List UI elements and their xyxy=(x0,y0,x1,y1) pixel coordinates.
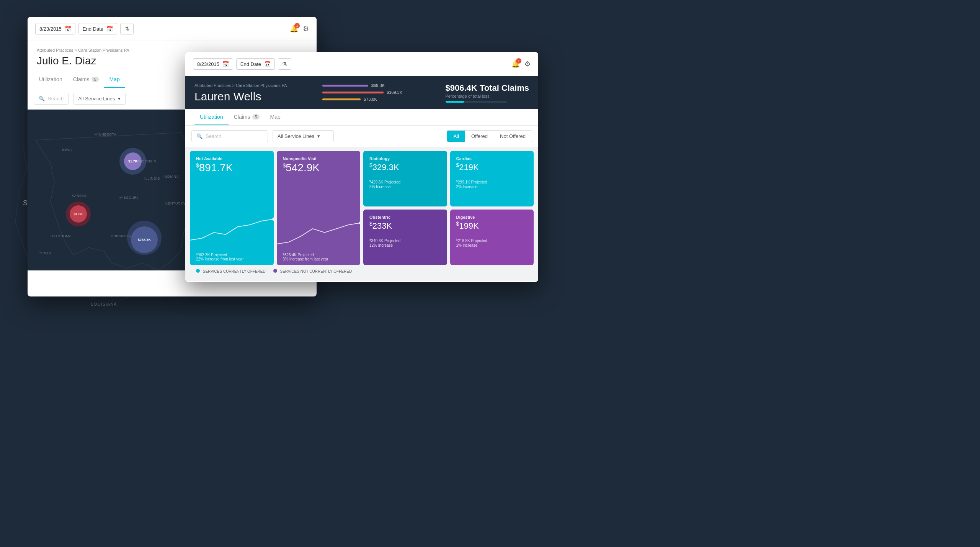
legend-row-3: $73.8K xyxy=(322,97,402,102)
service-lines-front[interactable]: All Service Lines ▾ xyxy=(273,130,334,142)
sparkline-not-available xyxy=(190,217,274,248)
service-lines-label-back: All Service Lines xyxy=(78,96,115,102)
projected-not-available: $962.3K Projected xyxy=(196,252,268,257)
start-date-value-back: 8/23/2015 xyxy=(39,26,62,32)
card-title-radiology: Radiology xyxy=(369,156,441,161)
toggle-buttons-group: All Offered Not Offered xyxy=(447,130,532,142)
legend-bar-1 xyxy=(322,85,368,87)
tab-claims-back[interactable]: Claims 5 xyxy=(68,72,104,88)
notification-badge-front: 1 xyxy=(516,58,521,64)
legend-bar-2 xyxy=(322,92,384,93)
notification-button-front[interactable]: 🔔 1 xyxy=(511,60,520,68)
calendar-icon-end-back: 📅 xyxy=(106,26,113,32)
tab-utilization-back[interactable]: Utilization xyxy=(34,72,68,88)
patient-header-front: Attributed Practices > Care Station Phys… xyxy=(185,76,538,109)
card-not-available[interactable]: Not Available $891.7K $962.3K Projected … xyxy=(190,151,274,265)
filter-button-front[interactable]: ⚗ xyxy=(278,58,291,70)
filter-row-front: 🔍 Search All Service Lines ▾ All Offered… xyxy=(185,126,538,147)
chevron-down-icon-back: ▾ xyxy=(118,96,121,102)
projected-cardiac: $299.1K Projected xyxy=(456,179,528,184)
toggle-offered-button[interactable]: Offered xyxy=(465,131,494,142)
card-amount-not-available: $891.7K xyxy=(196,162,268,173)
toggle-all-button[interactable]: All xyxy=(447,131,465,142)
sparkline-nonspecific xyxy=(277,217,361,248)
search-box-front[interactable]: 🔍 Search xyxy=(191,130,268,142)
projected-sub-not-available: 22% Increase from last year xyxy=(196,257,268,261)
notification-button-back[interactable]: 🔔 1 xyxy=(290,25,298,33)
legend-item-not-offered: SERVICES NOT CURRENTLY OFFERED xyxy=(273,269,352,274)
card-footer-nonspecific: $823.4K Projected 3% Increase from last … xyxy=(283,252,354,261)
claims-badge-back: 5 xyxy=(91,77,98,82)
breadcrumb-front: Attributed Practices > Care Station Phys… xyxy=(194,83,287,88)
header-legend: $69.3K $169.3K $73.8K xyxy=(322,83,402,102)
card-footer-radiology: $429.6K Projected 8% Increase xyxy=(369,172,441,188)
card-title-nonspecific: Nonspecific Visit xyxy=(283,156,354,161)
tab-utilization-front[interactable]: Utilization xyxy=(194,109,229,125)
service-lines-label-front: All Service Lines xyxy=(278,133,314,139)
window-lauren-wells: 8/23/2015 📅 End Date 📅 ⚗ 🔔 1 ⚙ Attribute… xyxy=(185,52,538,282)
search-icon-front: 🔍 xyxy=(196,133,203,139)
state-label-iowa-back: IOWA xyxy=(62,148,72,152)
state-label-il-back: ILLINOIS xyxy=(144,177,160,180)
settings-button-front[interactable]: ⚙ xyxy=(524,60,531,68)
svg-point-2 xyxy=(272,218,273,221)
map-bubble-back-3: $768.3K xyxy=(127,221,162,255)
card-amount-nonspecific: $542.9K xyxy=(283,162,354,173)
search-icon-back: 🔍 xyxy=(39,96,45,102)
state-louisiana: LOUISIANA xyxy=(91,302,117,306)
chevron-down-icon-front: ▾ xyxy=(317,133,320,139)
legend-bar-3 xyxy=(322,98,361,100)
svg-point-3 xyxy=(359,221,360,224)
start-date-front[interactable]: 8/23/2015 📅 xyxy=(193,58,233,70)
card-title-not-available: Not Available xyxy=(196,156,268,161)
calendar-icon-start-front: 📅 xyxy=(222,61,229,67)
card-amount-cardiac: $219K xyxy=(456,162,528,172)
projected-obstentric: $340.3K Projected xyxy=(369,238,441,243)
card-footer-obstentric: $340.3K Projected 12% Increase xyxy=(369,231,441,247)
projected-sub-radiology: 8% Increase xyxy=(369,185,441,189)
start-date-back[interactable]: 8/23/2015 📅 xyxy=(35,23,75,34)
state-label-in-back: INDIANA xyxy=(163,175,179,179)
card-footer-digestive: $218.8K Projected 1% Increase xyxy=(456,231,528,247)
projected-sub-digestive: 1% Increase xyxy=(456,243,528,247)
toggle-not-offered-button[interactable]: Not Offered xyxy=(494,131,532,142)
state-label-wi-back: WISCONSIN xyxy=(135,159,157,163)
tab-claims-front[interactable]: Claims 5 xyxy=(229,109,265,125)
tab-map-front[interactable]: Map xyxy=(265,109,286,125)
card-radiology[interactable]: Radiology $329.3K $429.6K Projected 8% I… xyxy=(363,151,447,206)
projected-sub-nonspecific: 3% Increase from last year xyxy=(283,257,354,261)
card-amount-digestive: $199K xyxy=(456,221,528,230)
legend-value-3: $73.8K xyxy=(364,97,377,102)
card-title-obstentric: Obstentric xyxy=(369,215,441,219)
start-date-value-front: 8/23/2015 xyxy=(197,61,219,67)
percentage-bar xyxy=(446,101,507,103)
card-amount-obstentric: $233K xyxy=(369,221,441,230)
card-cardiac[interactable]: Cardiac $219K $299.1K Projected 2% Incre… xyxy=(450,151,534,206)
end-date-front[interactable]: End Date 📅 xyxy=(236,58,275,70)
card-nonspecific-visit[interactable]: Nonspecific Visit $542.9K $823.4K Projec… xyxy=(277,151,361,265)
projected-sub-cardiac: 2% Increase xyxy=(456,185,528,189)
legend-dot-not-offered xyxy=(273,269,277,273)
end-date-back[interactable]: End Date 📅 xyxy=(78,23,117,34)
search-box-back[interactable]: 🔍 Search xyxy=(34,93,69,105)
state-label-ky-back: KENTUCKY xyxy=(165,201,186,205)
card-title-digestive: Digestive xyxy=(456,215,528,219)
tabs-bar-front: Utilization Claims 5 Map xyxy=(185,109,538,126)
service-lines-back[interactable]: All Service Lines ▾ xyxy=(73,93,126,105)
search-placeholder-front: Search xyxy=(206,133,221,139)
toolbar-back: 8/23/2015 📅 End Date 📅 ⚗ 🔔 1 ⚙ xyxy=(28,17,317,41)
tab-map-back[interactable]: Map xyxy=(104,72,125,88)
card-footer-cardiac: $299.1K Projected 2% Increase xyxy=(456,172,528,188)
projected-digestive: $218.8K Projected xyxy=(456,238,528,243)
settings-button-back[interactable]: ⚙ xyxy=(303,25,309,33)
state-label-ok-back: OKLAHOMA xyxy=(51,234,72,238)
card-obstentric[interactable]: Obstentric $233K $340.3K Projected 12% I… xyxy=(363,210,447,265)
total-claims-amount: $906.4K Total Claims xyxy=(446,83,529,93)
filter-button-back[interactable]: ⚗ xyxy=(120,23,134,34)
calendar-icon-start-back: 📅 xyxy=(65,26,71,32)
legend-row-1: $69.3K xyxy=(322,83,402,88)
card-digestive[interactable]: Digestive $199K $218.8K Projected 1% Inc… xyxy=(450,210,534,265)
legend-dot-offered xyxy=(196,269,200,273)
total-claims-box: $906.4K Total Claims Percentage of total… xyxy=(438,83,529,103)
calendar-icon-end-front: 📅 xyxy=(264,61,271,67)
